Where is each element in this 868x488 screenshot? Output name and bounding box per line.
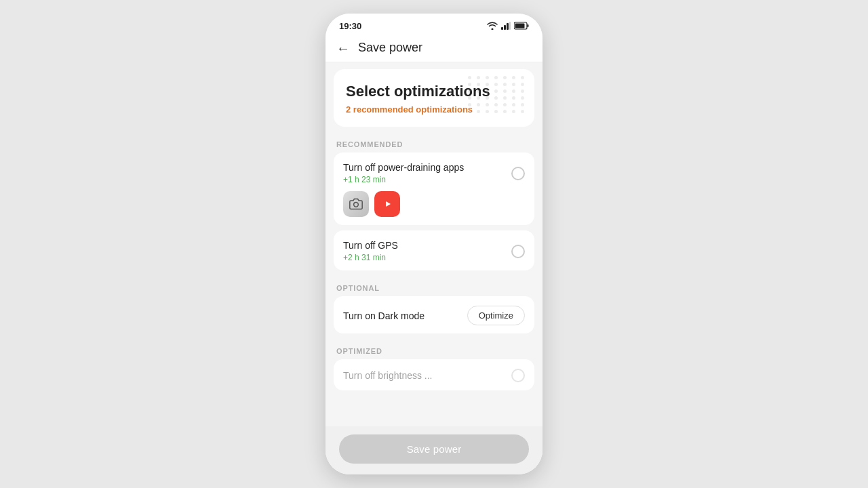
- option-info-power-apps: Turn off power-draining apps +1 h 23 min: [343, 162, 464, 184]
- option-info-gps: Turn off GPS +2 h 31 min: [343, 240, 398, 262]
- partial-row-brightness: Turn off brightness ...: [343, 369, 525, 382]
- option-time-power-apps: +1 h 23 min: [343, 175, 464, 184]
- app-icons-row: [343, 191, 525, 217]
- wifi-icon: [487, 22, 498, 30]
- optional-section-label: OPTIONAL: [326, 276, 542, 296]
- option-title-gps: Turn off GPS: [343, 240, 398, 251]
- partial-title-brightness: Turn off brightness ...: [343, 370, 433, 381]
- svg-point-7: [354, 203, 359, 207]
- option-row-gps: Turn off GPS +2 h 31 min: [343, 240, 525, 262]
- battery-icon: [514, 22, 529, 30]
- status-bar: 19:30: [326, 14, 542, 35]
- optimized-section-label: OPTIMIZED: [326, 339, 542, 359]
- phone-screen: 19:30 ← Save power: [326, 14, 542, 474]
- option-title-dark-mode: Turn on Dark mode: [343, 310, 467, 321]
- svg-rect-2: [507, 23, 509, 30]
- option-card-gps: Turn off GPS +2 h 31 min: [334, 230, 534, 270]
- hero-subtitle-text: recommended optimizations: [351, 104, 473, 115]
- youtube-app-icon: [374, 191, 400, 217]
- optimize-button[interactable]: Optimize: [467, 306, 525, 325]
- radio-power-apps[interactable]: [511, 167, 525, 180]
- page-title: Save power: [358, 41, 422, 55]
- top-bar: ← Save power: [326, 35, 542, 62]
- radio-brightness[interactable]: [511, 369, 525, 382]
- option-card-brightness: Turn off brightness ...: [334, 359, 534, 390]
- radio-gps[interactable]: [511, 245, 525, 258]
- status-time: 19:30: [339, 21, 361, 31]
- option-row-power-apps: Turn off power-draining apps +1 h 23 min: [343, 162, 525, 184]
- signal-icon: [501, 22, 511, 30]
- save-button[interactable]: Save power: [339, 434, 529, 464]
- back-button[interactable]: ←: [336, 41, 350, 55]
- option-title-power-apps: Turn off power-draining apps: [343, 162, 464, 173]
- svg-rect-1: [504, 25, 506, 30]
- bottom-bar: Save power: [326, 426, 542, 474]
- svg-marker-8: [386, 201, 391, 207]
- scroll-area: Select optimizations 2 recommended optim…: [326, 62, 542, 474]
- svg-rect-5: [515, 24, 525, 28]
- camera-app-icon: [343, 191, 369, 217]
- hero-card: Select optimizations 2 recommended optim…: [334, 69, 534, 127]
- option-card-dark-mode: Turn on Dark mode Optimize: [334, 296, 534, 333]
- option-card-power-apps: Turn off power-draining apps +1 h 23 min: [334, 152, 534, 225]
- recommended-section-label: RECOMMENDED: [326, 132, 542, 152]
- svg-rect-0: [501, 27, 503, 30]
- status-icons: [487, 22, 529, 30]
- svg-rect-3: [509, 22, 511, 30]
- dark-mode-row: Turn on Dark mode Optimize: [343, 306, 525, 325]
- option-time-gps: +2 h 31 min: [343, 253, 398, 262]
- dot-pattern: [468, 76, 526, 113]
- svg-rect-6: [528, 24, 529, 27]
